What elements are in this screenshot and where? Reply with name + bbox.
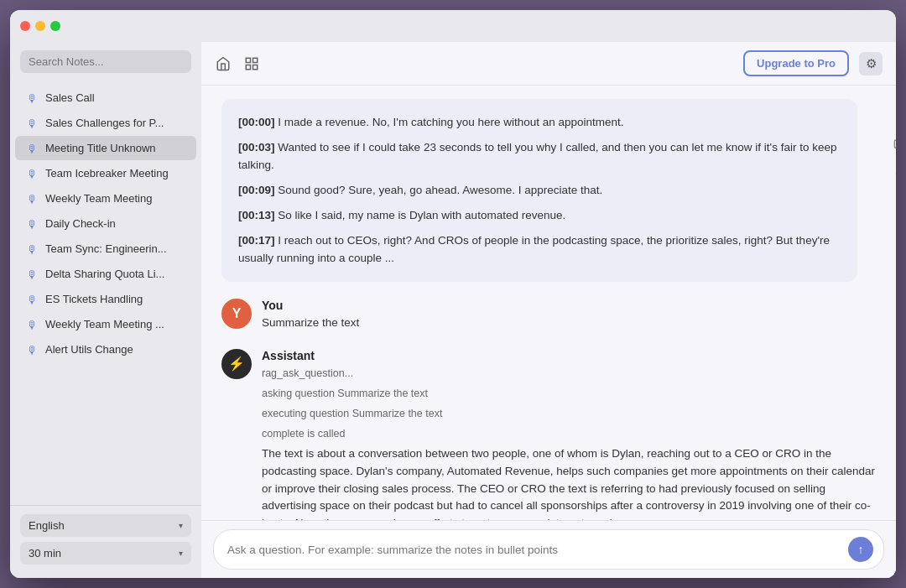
sidebar-item-label: Team Icebreaker Meeting [45, 167, 169, 180]
chat-input[interactable] [227, 544, 848, 556]
sidebar-item-alert-utils[interactable]: 🎙Alert Utils Change [15, 337, 196, 362]
sidebar-bottom: English ▾ 30 min ▾ [10, 505, 201, 578]
mic-icon: 🎙 [27, 117, 39, 129]
sidebar-item-label: Team Sync: Engineerin... [45, 242, 167, 255]
home-icon[interactable] [215, 55, 232, 72]
traffic-lights [20, 21, 60, 31]
transcript-line: [00:09] Sound good? Sure, yeah, go ahead… [238, 182, 841, 199]
assistant-message-content: Assistant rag_ask_question...asking ques… [262, 349, 883, 520]
settings-icon[interactable]: ⚙ [859, 52, 883, 75]
sidebar-item-label: Sales Call [45, 91, 95, 104]
transcript-wrapper: [00:00] I made a revenue. No, I'm catchi… [221, 99, 883, 282]
mic-icon: 🎙 [27, 168, 39, 180]
user-message-text: Summarize the text [262, 315, 883, 332]
sidebar-item-label: Meeting Title Unknown [45, 142, 156, 154]
language-chevron-icon: ▾ [179, 521, 183, 530]
mic-icon: 🎙 [27, 143, 39, 154]
search-container [10, 42, 201, 81]
mic-icon: 🎙 [27, 193, 39, 205]
send-button[interactable]: ↑ [848, 537, 873, 562]
sidebar-item-delta-sharing[interactable]: 🎙Delta Sharing Quota Li... [15, 262, 196, 286]
sidebar-item-label: Daily Check-in [45, 217, 116, 230]
transcript-card: [00:00] I made a revenue. No, I'm catchi… [221, 99, 857, 282]
mic-icon: 🎙 [27, 268, 39, 280]
svg-rect-4 [894, 140, 896, 148]
svg-rect-0 [246, 58, 250, 62]
sidebar-list: 🎙Sales Call🎙Sales Challenges for P...🎙Me… [10, 81, 201, 505]
sidebar-item-daily-checkin[interactable]: 🎙Daily Check-in [15, 211, 196, 236]
transcript-line: [00:03] Wanted to see if I could take 23… [238, 139, 841, 174]
maximize-button[interactable] [50, 21, 60, 31]
sidebar-item-team-icebreaker[interactable]: 🎙Team Icebreaker Meeting [15, 161, 196, 185]
sidebar-item-team-sync[interactable]: 🎙Team Sync: Engineerin... [15, 237, 196, 261]
mic-icon: 🎙 [27, 218, 39, 230]
transcript-timestamp: [00:03] [238, 141, 275, 154]
user-avatar: Y [221, 299, 252, 329]
top-bar: Upgrade to Pro ⚙ [201, 42, 896, 86]
language-dropdown[interactable]: English ▾ [20, 514, 191, 537]
sidebar-item-es-tickets[interactable]: 🎙ES Tickets Handling [15, 287, 196, 311]
mic-icon: 🎙 [27, 243, 39, 255]
mic-icon: 🎙 [27, 344, 39, 356]
sidebar-item-label: Alert Utils Change [45, 343, 133, 356]
transcript-line: [00:17] I reach out to CEOs, right? And … [238, 232, 841, 267]
sidebar-item-sales-call[interactable]: 🎙Sales Call [15, 86, 196, 110]
minimize-button[interactable] [35, 21, 45, 31]
duration-label: 30 min [29, 547, 61, 559]
grid-icon[interactable] [243, 55, 260, 72]
collapse-icon[interactable]: ∨ [891, 107, 896, 126]
main-content: 🎙Sales Call🎙Sales Challenges for P...🎙Me… [10, 42, 896, 578]
sidebar-item-label: Weekly Team Meeting [45, 192, 152, 205]
sidebar-item-meeting-title-unknown[interactable]: 🎙Meeting Title Unknown [15, 136, 196, 160]
transcript-line: [00:13] So like I said, my name is Dylan… [238, 207, 841, 224]
svg-rect-1 [253, 58, 258, 62]
duration-chevron-icon: ▾ [179, 549, 183, 558]
mic-icon: 🎙 [27, 294, 39, 305]
screen-icon[interactable] [891, 136, 896, 154]
magic-icon[interactable]: ✳ [891, 164, 896, 183]
transcript-line: [00:00] I made a revenue. No, I'm catchi… [238, 114, 841, 131]
search-input[interactable] [20, 50, 191, 73]
app-window: 🎙Sales Call🎙Sales Challenges for P...🎙Me… [10, 10, 896, 578]
side-controls: ∨ ✳ [891, 107, 896, 183]
assistant-meta-line: asking question Summarize the text [262, 385, 883, 402]
mic-icon: 🎙 [27, 92, 39, 104]
sidebar-item-label: Sales Challenges for P... [45, 117, 164, 129]
language-label: English [29, 519, 65, 532]
input-bar: ↑ [201, 520, 896, 578]
sidebar-item-label: Weekly Team Meeting ... [45, 318, 164, 330]
right-panel: Upgrade to Pro ⚙ [00:00] I made a revenu… [201, 42, 896, 578]
assistant-meta-block: rag_ask_question...asking question Summa… [262, 365, 883, 442]
user-sender-name: You [262, 299, 883, 312]
sidebar-item-weekly-team[interactable]: 🎙Weekly Team Meeting [15, 186, 196, 211]
title-bar [10, 10, 896, 42]
transcript-timestamp: [00:13] [238, 209, 275, 221]
transcript-timestamp: [00:17] [238, 234, 275, 247]
duration-dropdown[interactable]: 30 min ▾ [20, 542, 191, 565]
chat-area: [00:00] I made a revenue. No, I'm catchi… [201, 86, 896, 520]
transcript-timestamp: [00:00] [238, 116, 275, 128]
sidebar-item-weekly-team-2[interactable]: 🎙Weekly Team Meeting ... [15, 312, 196, 336]
user-message: Y You Summarize the text [221, 299, 883, 332]
sidebar-item-label: ES Tickets Handling [45, 293, 143, 305]
mic-icon: 🎙 [27, 319, 39, 330]
svg-rect-2 [246, 65, 250, 69]
assistant-avatar: ⚡ [221, 349, 252, 379]
user-message-content: You Summarize the text [262, 299, 883, 332]
assistant-message-text: The text is about a conversation between… [262, 445, 883, 520]
assistant-sender-name: Assistant [262, 349, 883, 362]
top-bar-icons [215, 55, 260, 72]
assistant-meta-line: executing question Summarize the text [262, 405, 883, 422]
sidebar: 🎙Sales Call🎙Sales Challenges for P...🎙Me… [10, 42, 201, 578]
input-container: ↑ [213, 529, 884, 570]
sidebar-item-sales-challenges[interactable]: 🎙Sales Challenges for P... [15, 111, 196, 135]
assistant-meta-line: complete is called [262, 425, 883, 442]
svg-rect-3 [253, 65, 258, 69]
assistant-meta-line: rag_ask_question... [262, 365, 883, 382]
transcript-timestamp: [00:09] [238, 184, 275, 196]
assistant-message: ⚡ Assistant rag_ask_question...asking qu… [221, 349, 883, 520]
close-button[interactable] [20, 21, 30, 31]
sidebar-item-label: Delta Sharing Quota Li... [45, 268, 164, 280]
upgrade-button[interactable]: Upgrade to Pro [743, 50, 849, 76]
